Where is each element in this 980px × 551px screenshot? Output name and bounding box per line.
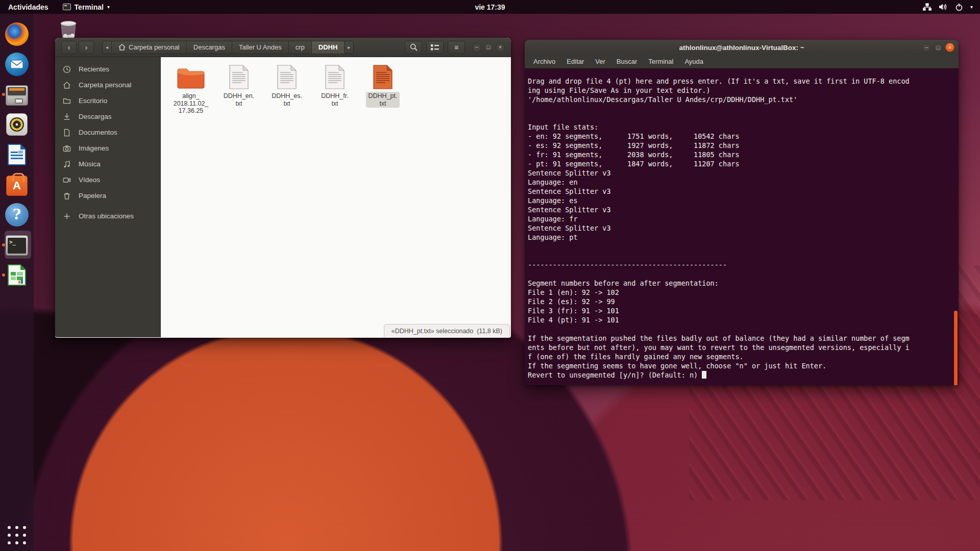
minimize-button[interactable]: − (472, 43, 481, 52)
files-content-area[interactable]: align_ 2018.11.02_ 17.36.25 DD (161, 57, 511, 337)
hamburger-icon: ≡ (454, 43, 458, 52)
forward-button[interactable]: › (79, 41, 94, 54)
ubuntu-software-icon: A (6, 176, 28, 196)
files-icon (6, 85, 28, 106)
libreoffice-calc-icon (5, 263, 29, 287)
window-title: athlonlinux@athlonlinux-VirtualBox: ~ (525, 44, 959, 52)
video-icon (63, 176, 71, 184)
view-toggle-button[interactable] (426, 41, 444, 54)
file-item-ddhh-fr[interactable]: DDHH_fr. txt (311, 63, 359, 115)
sidebar-item-otras-ubicaciones[interactable]: Otras ubicaciones (55, 208, 160, 224)
thunderbird-icon (5, 53, 29, 76)
volume-icon (939, 3, 948, 11)
menu-ayuda[interactable]: Ayuda (680, 56, 708, 67)
network-icon (923, 3, 932, 11)
breadcrumb-crp[interactable]: crp (289, 41, 312, 54)
music-icon (63, 160, 71, 168)
header-actions: ≡ − □ × (405, 41, 505, 54)
maximize-button[interactable]: □ (484, 43, 493, 52)
show-applications-button[interactable] (5, 523, 29, 547)
dock-item-firefox[interactable] (1, 19, 33, 49)
dock-item-files[interactable] (1, 79, 33, 109)
file-item-ddhh-es[interactable]: DDHH_es. txt (263, 63, 311, 115)
plus-icon (63, 212, 71, 220)
sidebar-item-escritorio[interactable]: Escritorio (55, 93, 160, 109)
window-controls: − □ × (472, 43, 505, 52)
menu-archivo[interactable]: Archivo (529, 56, 560, 67)
camera-icon (63, 144, 71, 153)
home-icon (63, 81, 71, 89)
breadcrumb: ◂ Carpeta personal Descargas Taller U An… (102, 41, 354, 54)
document-icon (63, 129, 71, 137)
text-file-icon (325, 63, 345, 90)
home-icon (118, 44, 126, 51)
sidebar-item-imagenes[interactable]: Imágenes (55, 140, 160, 156)
search-icon (410, 43, 418, 51)
sidebar-item-descargas[interactable]: Descargas (55, 109, 160, 124)
breadcrumb-descargas[interactable]: Descargas (187, 41, 232, 54)
app-menu-terminal[interactable]: Terminal ▾ (57, 0, 116, 14)
dock-item-help[interactable]: ? (1, 199, 33, 230)
terminal-cursor (702, 371, 706, 379)
close-button[interactable]: × (945, 43, 954, 52)
breadcrumb-home[interactable]: Carpeta personal (112, 41, 187, 54)
terminal-icon: >_ (6, 235, 28, 256)
running-indicator (2, 93, 5, 96)
menu-editar[interactable]: Editar (562, 56, 589, 67)
dock-item-terminal[interactable]: >_ (1, 230, 33, 260)
text-file-icon (277, 63, 297, 90)
rhythmbox-icon (6, 113, 28, 136)
close-button[interactable]: × (496, 43, 505, 52)
terminal-window: athlonlinux@athlonlinux-VirtualBox: ~ − … (525, 40, 959, 385)
file-item-ddhh-pt-selected[interactable]: DDHH_pt. txt (359, 63, 407, 115)
file-label: DDHH_fr. txt (318, 92, 351, 108)
file-item-align-folder[interactable]: align_ 2018.11.02_ 17.36.25 (167, 63, 215, 115)
software-letter: A (13, 179, 21, 192)
chevron-down-icon: ▾ (107, 4, 110, 10)
search-button[interactable] (405, 41, 422, 54)
sidebar-item-documentos[interactable]: Documentos (55, 124, 160, 140)
window-controls: − □ × (922, 43, 954, 52)
app-menu-label: Terminal (75, 3, 104, 11)
breadcrumb-scroll-left[interactable]: ◂ (103, 41, 112, 54)
download-icon (63, 113, 71, 121)
terminal-titlebar[interactable]: athlonlinux@athlonlinux-VirtualBox: ~ − … (525, 40, 959, 55)
sidebar-item-carpeta-personal[interactable]: Carpeta personal (55, 77, 160, 93)
power-icon (955, 3, 963, 11)
sidebar-item-recientes[interactable]: Recientes (55, 61, 160, 77)
dock-item-libreoffice-writer[interactable] (1, 139, 33, 169)
terminal-scrollbar-thumb[interactable] (954, 311, 958, 385)
terminal-app-icon (63, 4, 71, 10)
breadcrumb-ddhh[interactable]: DDHH (312, 41, 345, 54)
firefox-icon (5, 22, 29, 46)
maximize-button[interactable]: □ (934, 43, 943, 52)
dock-item-libreoffice-calc[interactable] (1, 260, 33, 290)
menu-ver[interactable]: Ver (591, 56, 610, 67)
help-icon: ? (5, 203, 29, 227)
back-button[interactable]: ‹ (61, 41, 77, 54)
text-file-icon (229, 63, 249, 90)
terminal-output[interactable]: Drag and drop file 4 (pt) here and press… (525, 68, 959, 385)
breadcrumb-scroll-right[interactable]: ▸ (345, 41, 353, 54)
file-item-ddhh-en[interactable]: DDHH_en. txt (215, 63, 263, 115)
sidebar-item-musica[interactable]: Música (55, 156, 160, 172)
sidebar-item-papelera[interactable]: Papelera (55, 188, 160, 204)
breadcrumb-taller-u-andes[interactable]: Taller U Andes (232, 41, 289, 54)
menu-terminal[interactable]: Terminal (644, 56, 678, 67)
file-label: DDHH_en. txt (221, 92, 257, 108)
files-sidebar: Recientes Carpeta personal Escritorio De… (55, 57, 161, 337)
dock-item-rhythmbox[interactable] (1, 109, 33, 139)
dock-item-ubuntu-software[interactable]: A (1, 169, 33, 199)
top-bar: Actividades Terminal ▾ vie 17:39 ▾ (0, 0, 980, 14)
system-indicators[interactable]: ▾ (923, 3, 980, 11)
sidebar-item-videos[interactable]: Vídeos (55, 172, 160, 188)
view-list-icon (431, 44, 439, 51)
chevron-down-icon: ▾ (970, 4, 973, 10)
activities-button[interactable]: Actividades (0, 0, 57, 14)
menu-buscar[interactable]: Buscar (612, 56, 642, 67)
files-headerbar[interactable]: ‹ › ◂ Carpeta personal Descargas Taller … (55, 38, 511, 57)
dock-item-thunderbird[interactable] (1, 49, 33, 79)
clock[interactable]: vie 17:39 (475, 3, 505, 11)
minimize-button[interactable]: − (922, 43, 931, 52)
window-menu-button[interactable]: ≡ (448, 41, 465, 54)
